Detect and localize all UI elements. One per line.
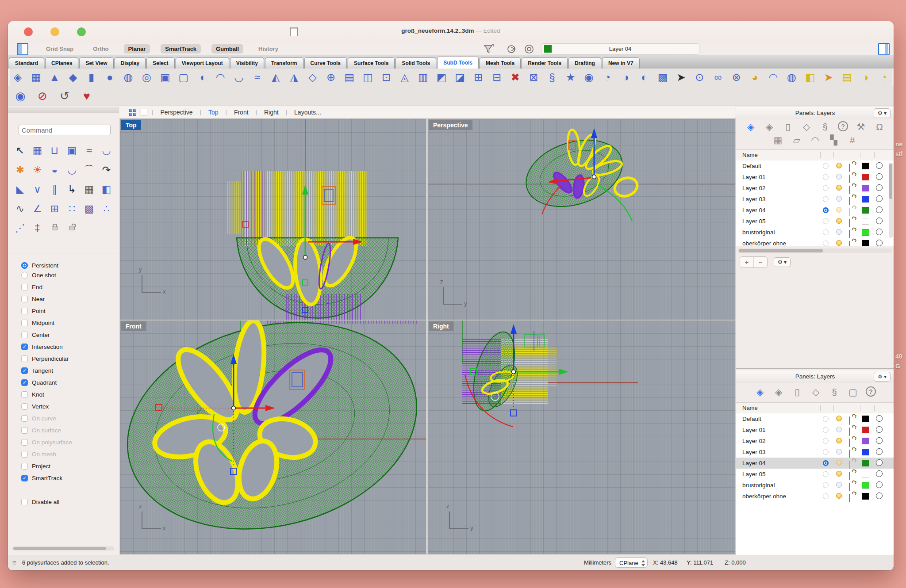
layer-lock-icon[interactable]	[849, 461, 850, 469]
layer-visibility-bulb-icon[interactable]	[836, 416, 842, 421]
selection-filter-icon[interactable]	[482, 43, 495, 55]
layer-material-circle[interactable]	[876, 459, 883, 466]
viewport-front[interactable]: Front	[120, 321, 426, 554]
notes-icon[interactable]: §	[819, 121, 831, 133]
tab-set-view[interactable]: Set View	[79, 57, 113, 69]
subd-bridge-icon[interactable]: ⊠	[526, 70, 541, 85]
current-layer-radio[interactable]	[823, 416, 829, 422]
selection-filter-off-icon[interactable]: ⊘	[35, 88, 50, 103]
layer-row-brustoriginal[interactable]: brustoriginal	[736, 480, 894, 491]
layer-row-oberkörper-ohne[interactable]: oberkörper ohne	[736, 238, 894, 246]
osnap-checkbox-smarttrack[interactable]: ✓	[21, 475, 28, 481]
osnap-checkbox-on-surface[interactable]	[21, 427, 28, 434]
subd-fin-icon[interactable]: ◮	[286, 70, 302, 85]
split-disc-icon[interactable]: ◑	[857, 70, 873, 85]
osnap-checkbox-on-polysurface[interactable]	[21, 439, 28, 446]
hatch-flag-icon[interactable]: ◧	[98, 179, 115, 199]
osnap-radio-one-shot[interactable]	[21, 272, 28, 279]
subd-sweep2-icon[interactable]: ◡	[231, 70, 247, 85]
block-icon[interactable]: ◇	[810, 386, 822, 398]
taper-icon[interactable]: ∠	[29, 199, 46, 218]
bowl-icon[interactable]: ◡	[63, 160, 81, 179]
subd-swept-form-icon[interactable]: ◖	[194, 70, 210, 85]
subd-loft-icon[interactable]: ▤	[342, 70, 357, 85]
layer-color-swatch[interactable]	[862, 174, 869, 180]
layer-material-circle[interactable]	[876, 218, 883, 224]
layer-color-swatch[interactable]	[862, 163, 869, 169]
current-layer-radio[interactable]	[823, 493, 829, 499]
layer-material-circle[interactable]	[876, 195, 883, 202]
layer-lock-icon[interactable]	[849, 197, 850, 205]
layer-color-swatch[interactable]	[862, 460, 869, 466]
cylinder-band-icon[interactable]: ◒	[46, 160, 63, 179]
layer-color-swatch[interactable]	[862, 185, 869, 191]
adjust-curve-icon[interactable]: ↷	[98, 160, 115, 179]
tent-form-icon[interactable]: ◠	[765, 70, 781, 85]
viewport-front-label[interactable]: Front	[121, 321, 146, 331]
layer-color-swatch[interactable]	[862, 471, 869, 477]
flag-form-icon[interactable]: ◧	[802, 70, 818, 85]
scale-steps-icon[interactable]: ⋰	[12, 218, 29, 238]
layer-visibility-bulb-icon[interactable]	[836, 185, 842, 191]
layer-color-swatch[interactable]	[862, 229, 869, 236]
layer-lock-icon[interactable]	[849, 230, 850, 238]
layer-list-hscrollbar[interactable]	[738, 248, 892, 253]
layer-row-oberkörper-ohne[interactable]: oberkörper ohne	[736, 491, 894, 502]
osnap-checkbox-center[interactable]	[21, 332, 28, 338]
layer-visibility-bulb-icon[interactable]	[836, 218, 842, 224]
layer-visibility-bulb-icon[interactable]	[836, 196, 842, 202]
layer-lock-icon[interactable]	[849, 219, 850, 227]
layer-row-layer-02[interactable]: Layer 02	[736, 183, 894, 194]
curve-waves-icon[interactable]: ≈	[81, 141, 98, 160]
layer-lock-icon[interactable]	[849, 483, 850, 491]
lock-icon[interactable]	[46, 218, 63, 238]
tab-solid-tools[interactable]: Solid Tools	[395, 57, 436, 69]
subd-crease-icon[interactable]: ◩	[434, 70, 449, 85]
current-layer-radio[interactable]	[823, 471, 829, 477]
osnap-checkbox-project[interactable]	[21, 463, 28, 470]
toggle-ortho[interactable]: Ortho	[88, 44, 113, 53]
layer-lock-icon[interactable]	[849, 439, 850, 447]
layers-panel-icon[interactable]: ◈	[754, 386, 766, 398]
layer-lock-icon[interactable]	[849, 417, 850, 425]
subd-flip-icon[interactable]: ◑	[618, 70, 634, 85]
mesh-hand-icon[interactable]: #	[847, 134, 858, 146]
layer-lock-icon[interactable]	[849, 450, 850, 458]
layer-color-swatch[interactable]	[862, 493, 869, 500]
new-page-icon[interactable]: ▯	[791, 386, 803, 398]
viewport-right-label[interactable]: Right	[429, 321, 453, 331]
osnap-checkbox-end[interactable]	[21, 284, 28, 290]
subd-slide-edge-icon[interactable]: ◬	[397, 70, 413, 85]
dot-grid-icon[interactable]: ▩	[81, 199, 98, 218]
record-history-icon[interactable]	[506, 44, 520, 54]
layer-color-swatch[interactable]	[862, 196, 869, 202]
layer-material-circle[interactable]	[876, 162, 883, 169]
tab-drafting[interactable]: Drafting	[568, 57, 601, 69]
layer-visibility-bulb-icon[interactable]	[836, 240, 842, 246]
subd-show-edges-icon[interactable]: ▥	[415, 70, 431, 85]
viewport-tab-perspective[interactable]: Perspective	[157, 109, 195, 116]
subd-multipipe-icon[interactable]: ⊕	[323, 70, 339, 85]
layer-color-swatch[interactable]	[862, 218, 869, 225]
layer-material-circle[interactable]	[876, 481, 883, 488]
dome-icon[interactable]: ◠	[810, 134, 821, 146]
viewport-top-label[interactable]: Top	[121, 120, 141, 130]
layer-color-swatch[interactable]	[862, 207, 869, 214]
toggle-smarttrack[interactable]: SmartTrack	[161, 44, 201, 53]
osnap-checkbox-vertex[interactable]	[21, 403, 28, 410]
layer-lock-icon[interactable]	[849, 164, 850, 172]
panel-gear-button[interactable]: ⚙ ▾	[874, 108, 891, 118]
layer-row-layer-05[interactable]: Layer 05	[736, 216, 894, 227]
new-page-icon[interactable]: ▯	[782, 121, 794, 133]
dim-table-icon[interactable]: ▦	[81, 179, 98, 199]
subd-box-icon[interactable]: ▣	[157, 70, 173, 85]
layer-row-default[interactable]: Default	[736, 413, 894, 424]
layer-visibility-bulb-icon[interactable]	[836, 427, 842, 432]
cage-edit-icon[interactable]: ⊞	[46, 199, 63, 218]
selection-filter-cycle-icon[interactable]: ↺	[57, 88, 73, 103]
viewport-tab-right[interactable]: Right	[261, 109, 281, 116]
layer-state-icon[interactable]: ◈	[773, 386, 784, 398]
layer-color-swatch[interactable]	[862, 449, 869, 455]
puzzle-icon[interactable]: ✱	[12, 160, 29, 179]
help-icon[interactable]: ?	[838, 121, 848, 131]
